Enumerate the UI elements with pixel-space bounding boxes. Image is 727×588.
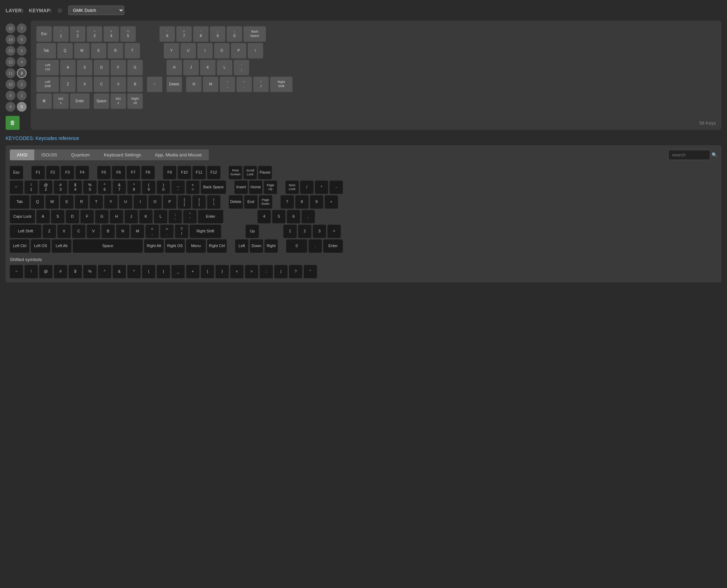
pkey-h[interactable]: H: [167, 60, 182, 75]
kkey-tab[interactable]: Tab: [10, 195, 29, 209]
kkey-f[interactable]: F: [80, 210, 94, 223]
kkey-sym-lbrace[interactable]: {: [201, 265, 214, 278]
kkey-f1[interactable]: F1: [31, 166, 45, 179]
pkey-left-ctrl[interactable]: LeftCtrl: [36, 60, 59, 75]
kkey-a[interactable]: A: [36, 210, 50, 223]
pkey-mo2[interactable]: MO2: [111, 93, 126, 109]
kkey-sym-underscore[interactable]: _: [171, 265, 185, 278]
kkey-num-7[interactable]: 7: [281, 195, 294, 209]
keymap-select[interactable]: GMK Dolch: [68, 6, 124, 15]
layer-0[interactable]: 0: [17, 102, 27, 112]
kkey-f11[interactable]: F11: [192, 166, 206, 179]
kkey-8[interactable]: *8: [127, 181, 141, 194]
pkey-s[interactable]: S: [77, 60, 92, 75]
kkey-3[interactable]: #3: [54, 181, 67, 194]
kkey-rbrace[interactable]: }]: [192, 195, 206, 209]
kkey-menu[interactable]: Menu: [186, 239, 206, 253]
kkey-sym-lt[interactable]: <: [230, 265, 243, 278]
kkey-num-1[interactable]: 1: [283, 225, 297, 238]
layer-1[interactable]: 1: [17, 91, 27, 100]
pkey-tab[interactable]: Tab: [36, 43, 56, 58]
layer-10[interactable]: 10: [6, 79, 15, 89]
layer-12[interactable]: 12: [6, 57, 15, 67]
tab-quantum[interactable]: Quantum: [64, 149, 97, 160]
kkey-esc[interactable]: Esc: [10, 166, 23, 179]
kkey-backspace[interactable]: Back Space: [201, 181, 226, 194]
kkey-f7[interactable]: F7: [127, 166, 140, 179]
star-icon[interactable]: ☆: [57, 7, 63, 14]
pkey-t[interactable]: T: [125, 43, 140, 58]
pkey-8[interactable]: *8: [193, 26, 209, 42]
kkey-w[interactable]: W: [45, 195, 59, 209]
kkey-5[interactable]: %5: [83, 181, 97, 194]
pkey-backspace[interactable]: BackSpace: [243, 26, 266, 42]
kkey-num-5[interactable]: 5: [272, 210, 285, 223]
kkey-num-0[interactable]: 0: [286, 239, 307, 253]
kkey-scroll-lock[interactable]: ScrollLock: [243, 166, 257, 179]
pkey-f[interactable]: F: [111, 60, 126, 75]
kkey-sym-question[interactable]: ?: [289, 265, 302, 278]
kkey-sym-lparen[interactable]: (: [142, 265, 155, 278]
kkey-sym-gt[interactable]: >: [245, 265, 258, 278]
pkey-5[interactable]: %5: [120, 26, 136, 42]
kkey-insert[interactable]: Insert: [234, 181, 248, 194]
pkey-a[interactable]: A: [60, 60, 76, 75]
pkey-comma[interactable]: <,: [220, 77, 235, 92]
kkey-num-2[interactable]: 2: [298, 225, 311, 238]
kkey-num-equal[interactable]: =: [327, 225, 341, 238]
kkey-left[interactable]: Left: [235, 239, 248, 253]
pkey-r[interactable]: R: [108, 43, 123, 58]
pkey-delete-preview[interactable]: Delete: [167, 77, 182, 92]
tab-keyboard-settings[interactable]: Keyboard Settings: [97, 149, 148, 160]
kkey-quote[interactable]: "': [183, 210, 197, 223]
kkey-t[interactable]: T: [90, 195, 103, 209]
kkey-page-up[interactable]: PageUp: [264, 181, 277, 194]
pkey-e[interactable]: E: [91, 43, 106, 58]
pkey-q[interactable]: Q: [57, 43, 73, 58]
pkey-v[interactable]: V: [111, 77, 126, 92]
kkey-pipe[interactable]: |\: [207, 195, 220, 209]
pkey-u[interactable]: U: [181, 43, 196, 58]
pkey-o[interactable]: O: [214, 43, 230, 58]
kkey-h[interactable]: H: [110, 210, 123, 223]
kkey-sym-plus[interactable]: +: [186, 265, 199, 278]
kkey-f4[interactable]: F4: [76, 166, 89, 179]
kkey-sym-caret[interactable]: ^: [98, 265, 111, 278]
kkey-x[interactable]: X: [57, 225, 71, 238]
kkey-left-os[interactable]: Left OS: [31, 239, 50, 253]
kkey-b[interactable]: B: [101, 225, 115, 238]
kkey-sym-pipe[interactable]: |: [274, 265, 288, 278]
kkey-sym-at[interactable]: @: [39, 265, 52, 278]
search-input[interactable]: [668, 150, 710, 160]
kkey-num-4[interactable]: 4: [257, 210, 271, 223]
kkey-sym-amp[interactable]: &: [113, 265, 126, 278]
kkey-f2[interactable]: F2: [46, 166, 59, 179]
kkey-f3[interactable]: F3: [61, 166, 74, 179]
pkey-c[interactable]: C: [94, 77, 109, 92]
tab-iso[interactable]: ISO/JIS: [34, 149, 64, 160]
pkey-esc[interactable]: Esc: [36, 26, 52, 42]
kkey-sym-dquote[interactable]: ": [304, 265, 317, 278]
pkey-6[interactable]: ^6: [160, 26, 175, 42]
kkey-left-shift[interactable]: Left Shift: [10, 225, 41, 238]
layer-13[interactable]: 13: [6, 46, 15, 56]
pkey-2[interactable]: @2: [70, 26, 85, 42]
kkey-right-os[interactable]: Right OS: [165, 239, 185, 253]
pkey-l[interactable]: L: [217, 60, 232, 75]
pkey-3[interactable]: #3: [87, 26, 102, 42]
kkey-num-9[interactable]: 9: [310, 195, 323, 209]
kkey-period-key[interactable]: >.: [160, 225, 174, 238]
pkey-k[interactable]: K: [200, 60, 216, 75]
kkey-pause[interactable]: Pause: [258, 166, 272, 179]
layer-9[interactable]: 9: [6, 91, 15, 100]
kkey-sym-rparen[interactable]: ): [157, 265, 170, 278]
kkey-d[interactable]: D: [66, 210, 79, 223]
tab-ansi[interactable]: ANSI: [10, 149, 34, 160]
kkey-e[interactable]: E: [60, 195, 73, 209]
kkey-up[interactable]: Up: [246, 225, 259, 238]
kkey-sym-dollar[interactable]: $: [69, 265, 82, 278]
pkey-p[interactable]: P: [231, 43, 246, 58]
kkey-k[interactable]: K: [139, 210, 153, 223]
kkey-page-down[interactable]: PageDown: [259, 195, 272, 209]
layer-7[interactable]: 7: [17, 23, 27, 33]
